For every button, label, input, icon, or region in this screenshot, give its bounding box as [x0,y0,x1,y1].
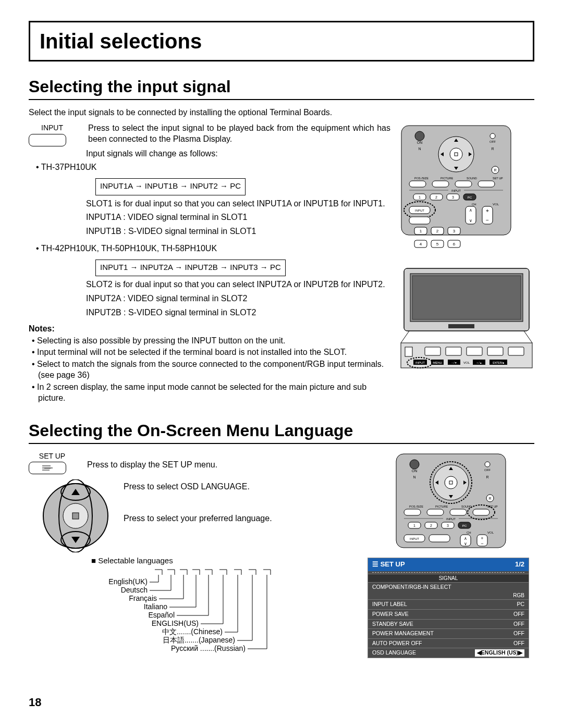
svg-text:VOL: VOL [493,203,499,206]
step3: Press to select your preferred language. [124,513,359,524]
section1-intro: Select the input signals to be connected… [29,107,534,118]
osd-page: 1/2 [515,560,524,569]
section2-diagrams: ON OFF NR R POS./SIZEPICTURESOUNDSET UP … [368,451,534,658]
osd-rgb: RGB [368,591,529,599]
svg-text:OFF: OFF [489,140,496,143]
section2-body: SET UP Press to display the SET UP menu. [29,451,359,674]
svg-text:2: 2 [430,524,432,527]
svg-rect-67 [405,347,412,356]
svg-text:PICTURE: PICTURE [440,177,453,180]
svg-rect-90 [72,513,79,519]
svg-text:3: 3 [453,229,456,233]
svg-text:−: − [481,541,483,546]
svg-line-65 [524,331,532,343]
remote-svg-2: ON OFF NR R POS./SIZEPICTURESOUNDSET UP … [394,451,508,550]
svg-line-64 [401,331,409,343]
slot2-b: INPUT2B : S-VIDEO signal terminal in SLO… [86,307,390,318]
svg-text:SET UP: SET UP [493,177,503,180]
model1: • TH-37PH10UK [36,162,390,173]
svg-text:3: 3 [447,524,449,527]
svg-rect-22 [455,181,472,187]
note-item: In 2 screen display, the same input mode… [38,382,390,404]
step1: Press to display the SET UP menu. [87,451,359,471]
svg-text:POS./SIZE: POS./SIZE [409,505,423,508]
svg-text:MENU: MENU [433,361,442,364]
svg-text:INPUT: INPUT [410,537,419,540]
svg-text:2: 2 [436,229,439,233]
svg-text:1: 1 [419,195,421,199]
cycle1: INPUT1A → INPUT1B → INPUT2 → PC [95,178,246,195]
svg-rect-63 [448,324,474,328]
slot2-desc: SLOT2 is for dual input so that you can … [86,279,390,290]
note-item: Select to match the signals from the sou… [38,359,390,381]
svg-text:ENGLISH(US): ENGLISH(US) [152,619,199,627]
page-number: 18 [29,695,534,710]
note-item: Input terminal will not be selected if t… [38,347,390,358]
svg-text:INPUT: INPUT [415,209,424,212]
svg-text:5: 5 [436,242,439,246]
svg-text:ENTER/■: ENTER/■ [493,361,504,364]
svg-text:R: R [494,168,496,172]
slot1-b: INPUT1B : S-VIDEO signal terminal in SLO… [86,226,390,237]
svg-rect-71 [487,347,503,355]
section1-heading: Selecting the input signal [29,76,534,100]
osd-title: SET UP [381,560,405,568]
svg-text:INPUT: INPUT [451,189,461,192]
input-label: INPUT [29,123,76,132]
svg-text:∨: ∨ [469,218,472,223]
notes-heading: Notes: [29,324,390,335]
dpad-diagram [39,479,112,552]
svg-rect-68 [425,347,440,355]
svg-text:1: 1 [420,229,422,233]
svg-point-131 [445,476,457,489]
svg-text:3: 3 [452,195,454,199]
svg-text:Deutsch: Deutsch [121,586,148,594]
svg-text:PICTURE: PICTURE [435,505,448,508]
svg-text:2: 2 [435,195,437,199]
osd-comp: COMPONENT/RGB-IN SELECT [372,584,451,591]
svg-text:∧: ∧ [464,536,467,541]
svg-text:N: N [413,475,415,479]
notes-list: Selecting is also possible by pressing t… [29,336,390,404]
language-tree: English(UK) Deutsch Français Italiano Es… [91,567,310,672]
osd-menu: ☰ SET UP 1/2 SIGNAL COMPONENT/RGB-IN SEL… [368,558,529,658]
svg-text:CH: CH [472,203,476,206]
svg-text:OFF: OFF [484,468,491,472]
remote-svg: ON OFF N R R POS./SIZEPICTURESOUNDSET UP… [399,123,513,238]
svg-text:SOUND: SOUND [467,177,477,180]
input-button-icon [29,134,66,146]
svg-text:Italiano: Italiano [144,602,167,611]
svg-text:POS./SIZE: POS./SIZE [414,177,429,180]
selectable-label: Selectable languages [98,556,173,565]
svg-text:VOL: VOL [463,361,470,364]
svg-text:R: R [488,497,491,500]
svg-text:ON: ON [412,469,418,473]
svg-text:R: R [491,147,494,151]
svg-rect-72 [508,347,524,355]
model2: • TH-42PH10UK, TH-50PH10UK, TH-58PH10UK [36,243,390,254]
svg-text:R: R [486,475,488,479]
svg-text:+: + [486,208,489,214]
svg-rect-62 [412,276,521,319]
svg-text:中文.......(Chinese): 中文.......(Chinese) [162,627,223,636]
cycle2: INPUT1 → INPUT2A → INPUT2B → INPUT3 → PC [95,260,286,277]
svg-point-126 [485,462,490,467]
svg-text:VOL: VOL [487,531,494,534]
svg-rect-46 [409,217,430,224]
svg-point-3 [490,133,495,139]
svg-point-8 [450,148,462,161]
page-title-box: Initial selections [29,21,534,61]
slot1-desc: SLOT1 is for dual input so that you can … [86,199,390,209]
svg-text:N: N [418,147,421,151]
svg-text:PC: PC [462,524,467,527]
svg-text:ON: ON [417,141,423,144]
svg-text:6: 6 [453,242,456,246]
svg-rect-70 [467,347,482,355]
svg-text:－/▼: －/▼ [451,361,457,364]
svg-rect-21 [432,181,449,187]
setup-label: SET UP [29,451,76,461]
note-item: Selecting is also possible by pressing t… [38,336,390,347]
svg-rect-170 [429,535,450,542]
svg-text:SOUND: SOUND [461,505,472,508]
remote-diagram-1: ON OFF N R R POS./SIZEPICTURESOUNDSET UP… [399,123,534,373]
